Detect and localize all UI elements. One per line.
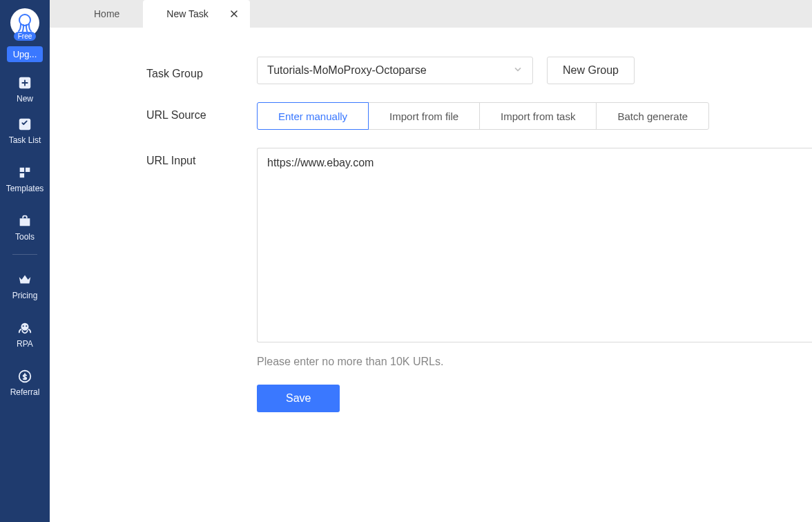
octoparse-logo-icon — [14, 12, 36, 34]
save-button[interactable]: Save — [257, 385, 340, 412]
sidebar-item-label: Pricing — [12, 291, 38, 300]
svg-point-4 — [23, 325, 24, 327]
tabbar: Home New Task — [50, 0, 812, 28]
row-url-source: URL Source Enter manually Import from fi… — [50, 102, 812, 130]
sidebar-divider — [12, 254, 37, 255]
seg-import-task[interactable]: Import from task — [479, 102, 597, 130]
label-task-group: Task Group — [50, 61, 257, 80]
seg-enter-manually[interactable]: Enter manually — [257, 102, 369, 130]
sidebar-item-label: Referral — [10, 387, 40, 397]
url-source-segmented: Enter manually Import from file Import f… — [257, 102, 812, 130]
svg-rect-2 — [19, 119, 31, 130]
upgrade-button[interactable]: Upg... — [7, 46, 43, 62]
row-task-group: Task Group Tutorials-MoMoProxy-Octoparse… — [50, 57, 812, 84]
close-icon[interactable] — [229, 9, 239, 19]
sidebar-item-label: Task List — [9, 135, 41, 145]
dollar-circle-icon — [17, 368, 33, 385]
new-group-button[interactable]: New Group — [547, 57, 635, 84]
sidebar: Free Upg... New Task List Templates Tool… — [0, 0, 50, 522]
templates-icon — [17, 164, 33, 181]
sidebar-item-templates[interactable]: Templates — [0, 164, 50, 193]
sidebar-logo-wrap: Free Upg... — [7, 8, 43, 62]
tab-label: New Task — [166, 8, 208, 19]
tab-new-task[interactable]: New Task — [143, 0, 249, 28]
sidebar-item-label: New — [17, 94, 33, 104]
robot-icon — [17, 320, 33, 336]
seg-batch-generate[interactable]: Batch generate — [596, 102, 709, 130]
sidebar-item-new[interactable]: New — [0, 75, 50, 104]
sidebar-item-label: Templates — [6, 184, 44, 193]
checklist-icon — [17, 116, 33, 133]
sidebar-item-rpa[interactable]: RPA — [0, 320, 50, 349]
label-url-source: URL Source — [50, 102, 257, 122]
plus-square-icon — [17, 75, 33, 91]
task-group-value: Tutorials-MoMoProxy-Octoparse — [267, 64, 427, 77]
tab-label: Home — [94, 8, 119, 19]
url-hint: Please enter no more than 10K URLs. — [257, 356, 812, 368]
label-url-input: URL Input — [50, 148, 257, 167]
seg-import-file[interactable]: Import from file — [368, 102, 480, 130]
tab-home[interactable]: Home — [70, 0, 143, 28]
sidebar-item-referral[interactable]: Referral — [0, 368, 50, 397]
sidebar-item-label: RPA — [17, 339, 33, 349]
crown-icon — [17, 271, 33, 288]
task-group-select[interactable]: Tutorials-MoMoProxy-Octoparse — [257, 57, 533, 84]
sidebar-item-tasklist[interactable]: Task List — [0, 116, 50, 145]
toolbox-icon — [17, 213, 33, 229]
chevron-down-icon — [513, 64, 523, 77]
sidebar-item-pricing[interactable]: Pricing — [0, 271, 50, 300]
url-input[interactable] — [257, 148, 812, 342]
svg-point-5 — [26, 325, 27, 327]
main: Home New Task Task Group Tutorials-MoMoP… — [50, 0, 812, 522]
sidebar-item-label: Tools — [15, 232, 35, 242]
free-badge: Free — [14, 32, 37, 41]
content: Task Group Tutorials-MoMoProxy-Octoparse… — [50, 28, 812, 522]
row-url-input: URL Input Please enter no more than 10K … — [50, 148, 812, 412]
sidebar-item-tools[interactable]: Tools — [0, 213, 50, 242]
svg-point-3 — [21, 323, 29, 331]
